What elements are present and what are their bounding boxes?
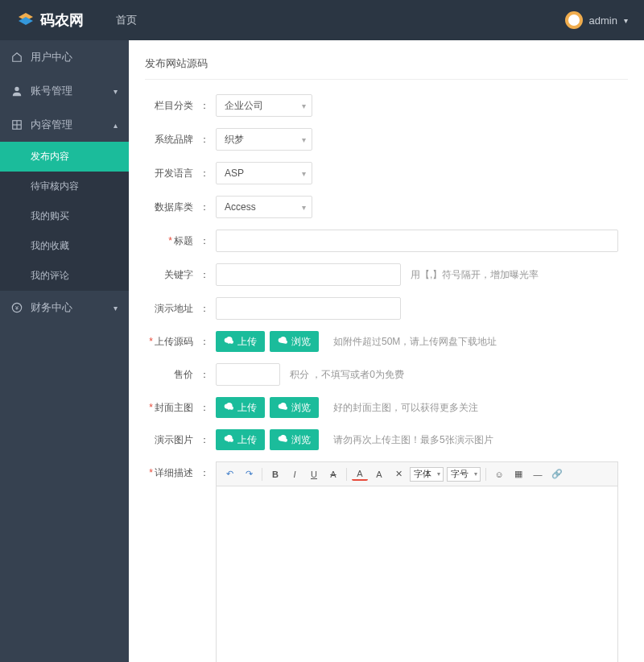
label-price: 售价 xyxy=(145,368,193,382)
chevron-down-icon: ▾ xyxy=(624,16,628,25)
browse-button[interactable]: 浏览 xyxy=(270,331,319,352)
hr-icon[interactable]: — xyxy=(530,466,546,482)
sidebar-sub-favorite[interactable]: 我的收藏 xyxy=(0,231,129,261)
sidebar-sub-purchase[interactable]: 我的购买 xyxy=(0,201,129,231)
select-category[interactable]: 企业公司▾ xyxy=(216,94,312,117)
chevron-down-icon: ▾ xyxy=(114,304,118,312)
input-demo[interactable] xyxy=(216,297,401,320)
main-content: 发布网站源码 栏目分类： 企业公司▾ 系统品牌： 织梦▾ 开发语言： ASP▾ … xyxy=(129,40,644,662)
label-gallery: 演示图片 xyxy=(145,433,193,447)
user-menu[interactable]: admin ▾ xyxy=(565,11,628,29)
hint-cover: 好的封面主图，可以获得更多关注 xyxy=(333,401,478,415)
editor-body[interactable] xyxy=(217,486,617,662)
label-db: 数据库类 xyxy=(145,201,193,214)
input-title[interactable] xyxy=(216,230,618,252)
hint-keywords: 用【,】符号隔开，增加曝光率 xyxy=(411,268,539,282)
strike-icon[interactable]: A xyxy=(325,466,341,482)
logo[interactable]: 码农网 xyxy=(16,10,84,30)
username: admin xyxy=(589,14,617,27)
label-demo: 演示地址 xyxy=(145,302,193,316)
label-title: *标题 xyxy=(145,234,193,248)
gallery-browse-button[interactable]: 浏览 xyxy=(270,429,319,450)
label-desc: *详细描述 xyxy=(145,461,193,480)
font-select[interactable]: 字体 xyxy=(410,467,444,482)
sidebar-sub-publish[interactable]: 发布内容 xyxy=(0,142,129,172)
cover-upload-button[interactable]: 上传 xyxy=(216,397,265,418)
sidebar-label: 账号管理 xyxy=(31,84,72,98)
underline-icon[interactable]: U xyxy=(306,466,322,482)
redo-icon[interactable]: ↷ xyxy=(241,466,257,482)
user-icon xyxy=(11,85,23,97)
italic-icon[interactable]: I xyxy=(287,466,303,482)
nav-home[interactable]: 首页 xyxy=(116,13,137,27)
cover-browse-button[interactable]: 浏览 xyxy=(270,397,319,418)
undo-icon[interactable]: ↶ xyxy=(221,466,237,482)
emoji-icon[interactable]: ☺ xyxy=(491,466,507,482)
rich-editor: ↶ ↷ B I U A A A ✕ 字体 字号 ☺ ▦ — xyxy=(216,461,618,662)
sidebar: 用户中心 账号管理 ▾ 内容管理 ▴ 发布内容 待审核内容 我的购买 我的收藏 … xyxy=(0,40,129,662)
sidebar-submenu-content: 发布内容 待审核内容 我的购买 我的收藏 我的评论 xyxy=(0,142,129,291)
label-lang: 开发语言 xyxy=(145,167,193,180)
yen-icon: ¥ xyxy=(11,302,23,313)
input-keywords[interactable] xyxy=(216,263,401,286)
sidebar-label: 用户中心 xyxy=(31,50,72,64)
sidebar-label: 内容管理 xyxy=(31,118,72,132)
svg-text:¥: ¥ xyxy=(15,305,19,311)
color-icon[interactable]: A xyxy=(352,468,368,481)
upload-button[interactable]: 上传 xyxy=(216,331,265,352)
label-cover: *封面主图 xyxy=(145,401,193,415)
label-brand: 系统品牌 xyxy=(145,133,193,147)
label-category: 栏目分类 xyxy=(145,99,193,113)
input-price[interactable] xyxy=(216,363,280,386)
label-keywords: 关键字 xyxy=(145,268,193,282)
select-db[interactable]: Access▾ xyxy=(216,196,312,218)
sidebar-item-account[interactable]: 账号管理 ▾ xyxy=(0,74,129,108)
chevron-up-icon: ▴ xyxy=(114,121,118,130)
sidebar-sub-pending[interactable]: 待审核内容 xyxy=(0,172,129,201)
select-lang[interactable]: ASP▾ xyxy=(216,162,312,184)
sidebar-item-content[interactable]: 内容管理 ▴ xyxy=(0,108,129,142)
brand-text: 码农网 xyxy=(40,10,84,30)
size-select[interactable]: 字号 xyxy=(447,467,481,482)
bold-icon[interactable]: B xyxy=(267,466,283,482)
avatar-icon xyxy=(565,11,583,29)
page-title: 发布网站源码 xyxy=(145,52,628,80)
bgcolor-icon[interactable]: A xyxy=(371,466,387,482)
svg-point-0 xyxy=(14,87,19,91)
sidebar-item-user-center[interactable]: 用户中心 xyxy=(0,40,129,74)
link-icon[interactable]: 🔗 xyxy=(549,466,565,482)
sidebar-label: 财务中心 xyxy=(31,300,72,315)
clear-icon[interactable]: ✕ xyxy=(390,466,407,482)
editor-toolbar: ↶ ↷ B I U A A A ✕ 字体 字号 ☺ ▦ — xyxy=(217,462,617,486)
hint-price: 积分 ，不填写或者0为免费 xyxy=(290,368,404,382)
topbar: 码农网 首页 admin ▾ xyxy=(0,0,644,40)
select-brand[interactable]: 织梦▾ xyxy=(216,128,312,151)
logo-icon xyxy=(16,10,35,30)
label-upload: *上传源码 xyxy=(145,335,193,349)
chevron-down-icon: ▾ xyxy=(114,87,118,96)
grid-icon xyxy=(11,119,23,130)
hint-upload: 如附件超过50M，请上传网盘下载地址 xyxy=(333,335,497,349)
topbar-left: 码农网 首页 xyxy=(16,10,137,30)
home-icon xyxy=(11,52,23,63)
sidebar-sub-comment[interactable]: 我的评论 xyxy=(0,261,129,291)
gallery-upload-button[interactable]: 上传 xyxy=(216,429,265,450)
sidebar-item-finance[interactable]: ¥财务中心 ▾ xyxy=(0,291,129,325)
hint-gallery: 请勿再次上传主图！最多5张演示图片 xyxy=(333,433,493,447)
image-icon[interactable]: ▦ xyxy=(510,466,526,482)
